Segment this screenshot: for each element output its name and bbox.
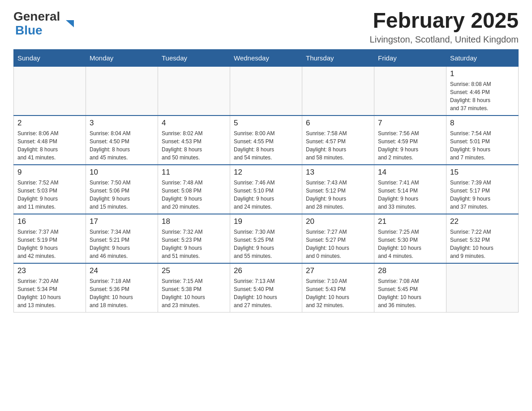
day-number: 24 bbox=[90, 266, 154, 275]
table-row: 25Sunrise: 7:15 AM Sunset: 5:38 PM Dayli… bbox=[158, 263, 230, 313]
day-number: 15 bbox=[450, 168, 515, 177]
day-number: 25 bbox=[162, 266, 226, 275]
table-row: 17Sunrise: 7:34 AM Sunset: 5:21 PM Dayli… bbox=[86, 214, 158, 263]
calendar-week-row: 2Sunrise: 8:06 AM Sunset: 4:48 PM Daylig… bbox=[14, 116, 519, 165]
day-number: 14 bbox=[378, 168, 442, 177]
table-row: 3Sunrise: 8:04 AM Sunset: 4:50 PM Daylig… bbox=[86, 116, 158, 165]
day-number: 3 bbox=[90, 119, 154, 128]
day-info: Sunrise: 8:02 AM Sunset: 4:53 PM Dayligh… bbox=[162, 129, 226, 162]
table-row bbox=[302, 66, 374, 116]
day-number: 7 bbox=[378, 119, 442, 128]
header-saturday: Saturday bbox=[446, 49, 519, 66]
day-number: 20 bbox=[306, 217, 370, 226]
title-section: February 2025 Livingston, Scotland, Unit… bbox=[370, 9, 519, 45]
day-info: Sunrise: 7:08 AM Sunset: 5:45 PM Dayligh… bbox=[378, 277, 442, 309]
header-wednesday: Wednesday bbox=[230, 49, 302, 66]
table-row: 24Sunrise: 7:18 AM Sunset: 5:36 PM Dayli… bbox=[86, 263, 158, 313]
table-row: 7Sunrise: 7:56 AM Sunset: 4:59 PM Daylig… bbox=[374, 116, 446, 165]
table-row: 28Sunrise: 7:08 AM Sunset: 5:45 PM Dayli… bbox=[374, 263, 446, 313]
table-row: 5Sunrise: 8:00 AM Sunset: 4:55 PM Daylig… bbox=[230, 116, 302, 165]
table-row: 23Sunrise: 7:20 AM Sunset: 5:34 PM Dayli… bbox=[14, 263, 86, 313]
table-row: 13Sunrise: 7:43 AM Sunset: 5:12 PM Dayli… bbox=[302, 165, 374, 214]
header-thursday: Thursday bbox=[302, 49, 374, 66]
day-number: 17 bbox=[90, 217, 154, 226]
header-friday: Friday bbox=[374, 49, 446, 66]
day-number: 9 bbox=[17, 168, 82, 177]
day-info: Sunrise: 7:10 AM Sunset: 5:43 PM Dayligh… bbox=[306, 277, 370, 309]
weekday-header-row: Sunday Monday Tuesday Wednesday Thursday… bbox=[14, 49, 519, 66]
calendar-week-row: 23Sunrise: 7:20 AM Sunset: 5:34 PM Dayli… bbox=[14, 263, 519, 313]
svg-marker-0 bbox=[66, 20, 74, 27]
day-info: Sunrise: 8:00 AM Sunset: 4:55 PM Dayligh… bbox=[234, 129, 298, 162]
day-number: 12 bbox=[234, 168, 298, 177]
day-info: Sunrise: 7:25 AM Sunset: 5:30 PM Dayligh… bbox=[378, 228, 442, 260]
day-number: 16 bbox=[17, 217, 82, 226]
day-number: 10 bbox=[90, 168, 154, 177]
day-number: 6 bbox=[306, 119, 370, 128]
day-info: Sunrise: 7:54 AM Sunset: 5:01 PM Dayligh… bbox=[450, 129, 515, 162]
day-info: Sunrise: 7:27 AM Sunset: 5:27 PM Dayligh… bbox=[306, 228, 370, 260]
day-number: 22 bbox=[450, 217, 515, 226]
header-tuesday: Tuesday bbox=[158, 49, 230, 66]
day-number: 19 bbox=[234, 217, 298, 226]
table-row bbox=[14, 66, 86, 116]
table-row bbox=[158, 66, 230, 116]
table-row: 9Sunrise: 7:52 AM Sunset: 5:03 PM Daylig… bbox=[14, 165, 86, 214]
day-info: Sunrise: 7:58 AM Sunset: 4:57 PM Dayligh… bbox=[306, 129, 370, 162]
day-number: 28 bbox=[378, 266, 442, 275]
table-row: 2Sunrise: 8:06 AM Sunset: 4:48 PM Daylig… bbox=[14, 116, 86, 165]
table-row bbox=[230, 66, 302, 116]
table-row: 4Sunrise: 8:02 AM Sunset: 4:53 PM Daylig… bbox=[158, 116, 230, 165]
day-number: 21 bbox=[378, 217, 442, 226]
day-info: Sunrise: 8:08 AM Sunset: 4:46 PM Dayligh… bbox=[450, 80, 515, 112]
day-info: Sunrise: 7:50 AM Sunset: 5:06 PM Dayligh… bbox=[90, 179, 154, 211]
day-number: 5 bbox=[234, 119, 298, 128]
day-info: Sunrise: 8:06 AM Sunset: 4:48 PM Dayligh… bbox=[17, 129, 82, 162]
table-row bbox=[86, 66, 158, 116]
day-info: Sunrise: 7:20 AM Sunset: 5:34 PM Dayligh… bbox=[17, 277, 82, 309]
day-number: 18 bbox=[162, 217, 226, 226]
logo-general-text: General bbox=[13, 9, 60, 24]
day-info: Sunrise: 7:39 AM Sunset: 5:17 PM Dayligh… bbox=[450, 179, 515, 211]
calendar-subtitle: Livingston, Scotland, United Kingdom bbox=[370, 34, 519, 45]
day-number: 23 bbox=[17, 266, 82, 275]
day-info: Sunrise: 7:22 AM Sunset: 5:32 PM Dayligh… bbox=[450, 228, 515, 260]
table-row: 19Sunrise: 7:30 AM Sunset: 5:25 PM Dayli… bbox=[230, 214, 302, 263]
day-info: Sunrise: 7:34 AM Sunset: 5:21 PM Dayligh… bbox=[90, 228, 154, 260]
table-row: 26Sunrise: 7:13 AM Sunset: 5:40 PM Dayli… bbox=[230, 263, 302, 313]
day-number: 1 bbox=[450, 69, 515, 78]
calendar-week-row: 9Sunrise: 7:52 AM Sunset: 5:03 PM Daylig… bbox=[14, 165, 519, 214]
logo: General Blue bbox=[13, 9, 65, 37]
table-row: 12Sunrise: 7:46 AM Sunset: 5:10 PM Dayli… bbox=[230, 165, 302, 214]
table-row: 1Sunrise: 8:08 AM Sunset: 4:46 PM Daylig… bbox=[446, 66, 519, 116]
day-info: Sunrise: 7:43 AM Sunset: 5:12 PM Dayligh… bbox=[306, 179, 370, 211]
table-row: 14Sunrise: 7:41 AM Sunset: 5:14 PM Dayli… bbox=[374, 165, 446, 214]
logo-blue-text: Blue bbox=[15, 23, 43, 37]
table-row: 22Sunrise: 7:22 AM Sunset: 5:32 PM Dayli… bbox=[446, 214, 519, 263]
table-row: 10Sunrise: 7:50 AM Sunset: 5:06 PM Dayli… bbox=[86, 165, 158, 214]
table-row: 20Sunrise: 7:27 AM Sunset: 5:27 PM Dayli… bbox=[302, 214, 374, 263]
day-number: 27 bbox=[306, 266, 370, 275]
table-row: 16Sunrise: 7:37 AM Sunset: 5:19 PM Dayli… bbox=[14, 214, 86, 263]
table-row: 21Sunrise: 7:25 AM Sunset: 5:30 PM Dayli… bbox=[374, 214, 446, 263]
day-info: Sunrise: 7:46 AM Sunset: 5:10 PM Dayligh… bbox=[234, 179, 298, 211]
table-row: 18Sunrise: 7:32 AM Sunset: 5:23 PM Dayli… bbox=[158, 214, 230, 263]
table-row: 27Sunrise: 7:10 AM Sunset: 5:43 PM Dayli… bbox=[302, 263, 374, 313]
day-number: 26 bbox=[234, 266, 298, 275]
day-info: Sunrise: 8:04 AM Sunset: 4:50 PM Dayligh… bbox=[90, 129, 154, 162]
day-number: 2 bbox=[17, 119, 82, 128]
day-info: Sunrise: 7:30 AM Sunset: 5:25 PM Dayligh… bbox=[234, 228, 298, 260]
day-info: Sunrise: 7:32 AM Sunset: 5:23 PM Dayligh… bbox=[162, 228, 226, 260]
calendar-week-row: 16Sunrise: 7:37 AM Sunset: 5:19 PM Dayli… bbox=[14, 214, 519, 263]
day-number: 13 bbox=[306, 168, 370, 177]
table-row: 6Sunrise: 7:58 AM Sunset: 4:57 PM Daylig… bbox=[302, 116, 374, 165]
day-info: Sunrise: 7:48 AM Sunset: 5:08 PM Dayligh… bbox=[162, 179, 226, 211]
day-info: Sunrise: 7:18 AM Sunset: 5:36 PM Dayligh… bbox=[90, 277, 154, 309]
day-info: Sunrise: 7:41 AM Sunset: 5:14 PM Dayligh… bbox=[378, 179, 442, 211]
day-number: 4 bbox=[162, 119, 226, 128]
table-row bbox=[374, 66, 446, 116]
calendar-table: Sunday Monday Tuesday Wednesday Thursday… bbox=[13, 49, 519, 313]
day-info: Sunrise: 7:13 AM Sunset: 5:40 PM Dayligh… bbox=[234, 277, 298, 309]
day-info: Sunrise: 7:52 AM Sunset: 5:03 PM Dayligh… bbox=[17, 179, 82, 211]
table-row bbox=[446, 263, 519, 313]
